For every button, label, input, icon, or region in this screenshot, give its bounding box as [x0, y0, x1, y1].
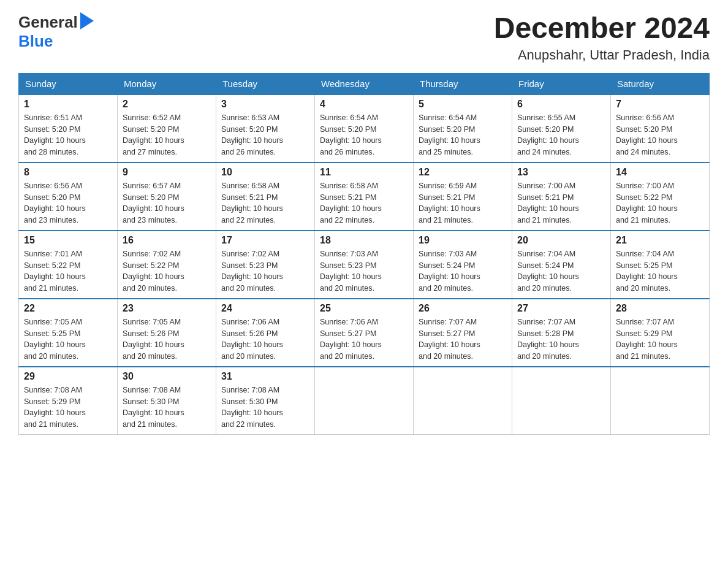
day-number: 2: [123, 99, 211, 110]
day-info: Sunrise: 7:03 AMSunset: 5:24 PMDaylight:…: [419, 248, 507, 294]
day-number: 21: [616, 235, 704, 246]
day-info: Sunrise: 7:02 AMSunset: 5:22 PMDaylight:…: [123, 248, 211, 294]
day-info: Sunrise: 7:07 AMSunset: 5:29 PMDaylight:…: [616, 316, 704, 362]
day-number: 29: [24, 371, 112, 382]
day-number: 26: [419, 303, 507, 314]
day-number: 25: [320, 303, 408, 314]
day-info: Sunrise: 7:04 AMSunset: 5:25 PMDaylight:…: [616, 248, 704, 294]
calendar-day-cell: 26 Sunrise: 7:07 AMSunset: 5:27 PMDaylig…: [414, 299, 512, 367]
calendar-header-row: SundayMondayTuesdayWednesdayThursdayFrid…: [19, 73, 710, 94]
day-of-week-header: Wednesday: [315, 73, 414, 94]
calendar-day-cell: [512, 367, 611, 435]
day-number: 8: [24, 167, 112, 178]
calendar-week-row: 15 Sunrise: 7:01 AMSunset: 5:22 PMDaylig…: [19, 231, 710, 299]
calendar-day-cell: 31 Sunrise: 7:08 AMSunset: 5:30 PMDaylig…: [216, 367, 315, 435]
day-of-week-header: Friday: [512, 73, 611, 94]
day-info: Sunrise: 7:08 AMSunset: 5:30 PMDaylight:…: [221, 385, 309, 431]
day-info: Sunrise: 6:55 AMSunset: 5:20 PMDaylight:…: [517, 112, 605, 158]
day-of-week-header: Sunday: [19, 73, 118, 94]
day-info: Sunrise: 7:06 AMSunset: 5:27 PMDaylight:…: [320, 316, 408, 362]
calendar-day-cell: 16 Sunrise: 7:02 AMSunset: 5:22 PMDaylig…: [118, 231, 216, 299]
day-info: Sunrise: 6:54 AMSunset: 5:20 PMDaylight:…: [419, 112, 507, 158]
day-number: 27: [517, 303, 605, 314]
day-number: 30: [123, 371, 211, 382]
calendar-day-cell: 18 Sunrise: 7:03 AMSunset: 5:23 PMDaylig…: [315, 231, 414, 299]
calendar-day-cell: 11 Sunrise: 6:58 AMSunset: 5:21 PMDaylig…: [315, 163, 414, 231]
calendar-day-cell: 10 Sunrise: 6:58 AMSunset: 5:21 PMDaylig…: [216, 163, 315, 231]
day-info: Sunrise: 6:57 AMSunset: 5:20 PMDaylight:…: [123, 180, 211, 226]
calendar-day-cell: 23 Sunrise: 7:05 AMSunset: 5:26 PMDaylig…: [118, 299, 216, 367]
day-info: Sunrise: 6:58 AMSunset: 5:21 PMDaylight:…: [221, 180, 309, 226]
calendar-day-cell: 28 Sunrise: 7:07 AMSunset: 5:29 PMDaylig…: [611, 299, 710, 367]
calendar-day-cell: 25 Sunrise: 7:06 AMSunset: 5:27 PMDaylig…: [315, 299, 414, 367]
logo-general-text: General: [18, 13, 78, 32]
logo-blue-text: Blue: [18, 32, 53, 50]
day-info: Sunrise: 7:00 AMSunset: 5:21 PMDaylight:…: [517, 180, 605, 226]
day-number: 11: [320, 167, 408, 178]
calendar-day-cell: 8 Sunrise: 6:56 AMSunset: 5:20 PMDayligh…: [19, 163, 118, 231]
calendar-day-cell: 15 Sunrise: 7:01 AMSunset: 5:22 PMDaylig…: [19, 231, 118, 299]
day-number: 20: [517, 235, 605, 246]
calendar-day-cell: 6 Sunrise: 6:55 AMSunset: 5:20 PMDayligh…: [512, 94, 611, 163]
calendar-table: SundayMondayTuesdayWednesdayThursdayFrid…: [18, 73, 710, 435]
calendar-subtitle: Anupshahr, Uttar Pradesh, India: [494, 47, 710, 63]
logo-arrow-icon: [80, 12, 94, 29]
day-of-week-header: Saturday: [611, 73, 710, 94]
day-number: 19: [419, 235, 507, 246]
day-number: 10: [221, 167, 309, 178]
calendar-day-cell: 29 Sunrise: 7:08 AMSunset: 5:29 PMDaylig…: [19, 367, 118, 435]
day-number: 16: [123, 235, 211, 246]
day-info: Sunrise: 7:01 AMSunset: 5:22 PMDaylight:…: [24, 248, 112, 294]
calendar-day-cell: [414, 367, 512, 435]
day-info: Sunrise: 7:03 AMSunset: 5:23 PMDaylight:…: [320, 248, 408, 294]
calendar-day-cell: 1 Sunrise: 6:51 AMSunset: 5:20 PMDayligh…: [19, 94, 118, 163]
calendar-title: December 2024: [494, 12, 710, 45]
calendar-day-cell: 27 Sunrise: 7:07 AMSunset: 5:28 PMDaylig…: [512, 299, 611, 367]
day-info: Sunrise: 7:08 AMSunset: 5:29 PMDaylight:…: [24, 385, 112, 431]
calendar-day-cell: 7 Sunrise: 6:56 AMSunset: 5:20 PMDayligh…: [611, 94, 710, 163]
day-info: Sunrise: 6:59 AMSunset: 5:21 PMDaylight:…: [419, 180, 507, 226]
day-info: Sunrise: 6:58 AMSunset: 5:21 PMDaylight:…: [320, 180, 408, 226]
calendar-day-cell: 24 Sunrise: 7:06 AMSunset: 5:26 PMDaylig…: [216, 299, 315, 367]
calendar-day-cell: 19 Sunrise: 7:03 AMSunset: 5:24 PMDaylig…: [414, 231, 512, 299]
calendar-week-row: 22 Sunrise: 7:05 AMSunset: 5:25 PMDaylig…: [19, 299, 710, 367]
day-info: Sunrise: 7:04 AMSunset: 5:24 PMDaylight:…: [517, 248, 605, 294]
day-number: 15: [24, 235, 112, 246]
day-info: Sunrise: 6:54 AMSunset: 5:20 PMDaylight:…: [320, 112, 408, 158]
calendar-day-cell: 5 Sunrise: 6:54 AMSunset: 5:20 PMDayligh…: [414, 94, 512, 163]
calendar-day-cell: 21 Sunrise: 7:04 AMSunset: 5:25 PMDaylig…: [611, 231, 710, 299]
day-number: 5: [419, 99, 507, 110]
calendar-week-row: 8 Sunrise: 6:56 AMSunset: 5:20 PMDayligh…: [19, 163, 710, 231]
calendar-title-area: December 2024 Anupshahr, Uttar Pradesh, …: [494, 12, 710, 63]
day-number: 9: [123, 167, 211, 178]
day-number: 12: [419, 167, 507, 178]
day-number: 23: [123, 303, 211, 314]
day-info: Sunrise: 7:07 AMSunset: 5:27 PMDaylight:…: [419, 316, 507, 362]
calendar-day-cell: 20 Sunrise: 7:04 AMSunset: 5:24 PMDaylig…: [512, 231, 611, 299]
day-info: Sunrise: 6:56 AMSunset: 5:20 PMDaylight:…: [24, 180, 112, 226]
calendar-day-cell: 12 Sunrise: 6:59 AMSunset: 5:21 PMDaylig…: [414, 163, 512, 231]
day-number: 4: [320, 99, 408, 110]
day-info: Sunrise: 7:05 AMSunset: 5:25 PMDaylight:…: [24, 316, 112, 362]
calendar-day-cell: [611, 367, 710, 435]
day-info: Sunrise: 7:02 AMSunset: 5:23 PMDaylight:…: [221, 248, 309, 294]
day-info: Sunrise: 6:56 AMSunset: 5:20 PMDaylight:…: [616, 112, 704, 158]
calendar-day-cell: 17 Sunrise: 7:02 AMSunset: 5:23 PMDaylig…: [216, 231, 315, 299]
calendar-day-cell: 3 Sunrise: 6:53 AMSunset: 5:20 PMDayligh…: [216, 94, 315, 163]
calendar-day-cell: 2 Sunrise: 6:52 AMSunset: 5:20 PMDayligh…: [118, 94, 216, 163]
calendar-week-row: 1 Sunrise: 6:51 AMSunset: 5:20 PMDayligh…: [19, 94, 710, 163]
calendar-day-cell: 9 Sunrise: 6:57 AMSunset: 5:20 PMDayligh…: [118, 163, 216, 231]
calendar-day-cell: 4 Sunrise: 6:54 AMSunset: 5:20 PMDayligh…: [315, 94, 414, 163]
calendar-day-cell: 22 Sunrise: 7:05 AMSunset: 5:25 PMDaylig…: [19, 299, 118, 367]
day-number: 28: [616, 303, 704, 314]
day-info: Sunrise: 7:08 AMSunset: 5:30 PMDaylight:…: [123, 385, 211, 431]
calendar-week-row: 29 Sunrise: 7:08 AMSunset: 5:29 PMDaylig…: [19, 367, 710, 435]
day-number: 24: [221, 303, 309, 314]
day-number: 1: [24, 99, 112, 110]
logo: General Blue: [18, 12, 94, 51]
day-info: Sunrise: 7:07 AMSunset: 5:28 PMDaylight:…: [517, 316, 605, 362]
calendar-day-cell: 13 Sunrise: 7:00 AMSunset: 5:21 PMDaylig…: [512, 163, 611, 231]
day-number: 6: [517, 99, 605, 110]
day-number: 7: [616, 99, 704, 110]
day-of-week-header: Thursday: [414, 73, 512, 94]
